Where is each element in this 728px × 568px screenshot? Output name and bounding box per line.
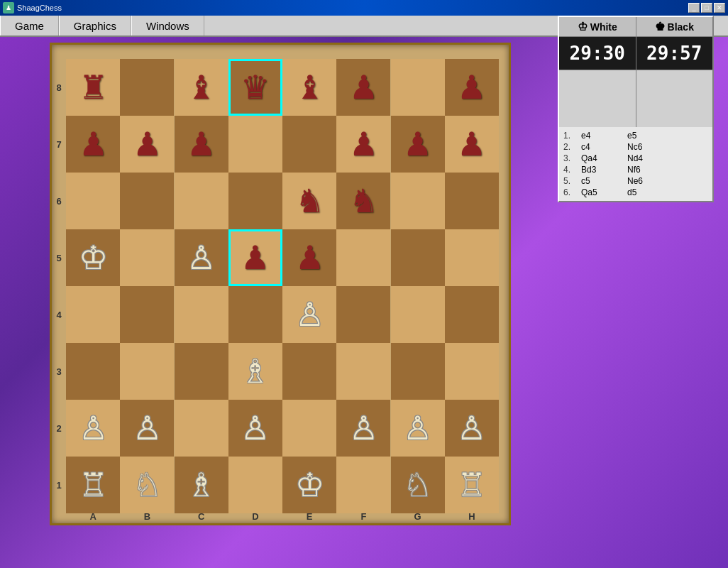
cell-3-5[interactable]	[336, 229, 390, 286]
cell-4-4[interactable]: ♙	[282, 286, 336, 343]
cell-3-7[interactable]	[445, 229, 499, 286]
black-king-icon: ♚	[655, 20, 665, 33]
white-header: ♔ White	[559, 17, 636, 36]
piece-0-5: ♟	[349, 71, 378, 104]
cell-5-0[interactable]	[66, 343, 120, 400]
piece-1-0: ♟	[79, 128, 108, 160]
cell-6-3[interactable]: ♙	[228, 400, 282, 457]
window-title: ShaagChess	[17, 4, 688, 12]
row-label-5: 5	[52, 229, 66, 286]
cell-1-1[interactable]: ♟	[120, 116, 174, 173]
side-panel: ♔ White ♚ Black 29:30 29:57 1. e4 e5 2. …	[558, 16, 714, 202]
cell-7-1[interactable]: ♘	[120, 457, 174, 513]
col-label-a: A	[66, 509, 120, 523]
cell-1-4[interactable]	[282, 116, 336, 173]
cell-7-3[interactable]	[228, 457, 282, 513]
cell-3-3[interactable]: ♟	[228, 229, 282, 286]
cell-5-5[interactable]	[336, 343, 390, 400]
piece-4-4: ♙	[295, 298, 324, 331]
timer-row: 29:30 29:57	[559, 37, 712, 70]
cell-6-5[interactable]: ♙	[336, 400, 390, 457]
cell-2-2[interactable]	[175, 173, 228, 229]
move-black-2: Nc6	[627, 142, 673, 152]
cell-1-3[interactable]	[228, 116, 282, 173]
cell-0-5[interactable]: ♟	[336, 59, 390, 116]
cell-7-0[interactable]: ♖	[66, 457, 120, 513]
cell-6-1[interactable]: ♙	[120, 400, 174, 457]
cell-6-7[interactable]: ♙	[445, 400, 499, 457]
cell-4-5[interactable]	[336, 286, 390, 343]
cell-5-7[interactable]	[445, 343, 499, 400]
close-button[interactable]: ✕	[714, 3, 725, 13]
piece-1-1: ♟	[133, 128, 162, 160]
cell-7-7[interactable]: ♖	[445, 457, 499, 513]
app-icon: ♟	[3, 2, 14, 13]
cell-0-2[interactable]: ♝	[175, 59, 228, 116]
menu-windows[interactable]: Windows	[131, 16, 204, 36]
cell-2-5[interactable]: ♞	[336, 173, 390, 229]
cell-2-1[interactable]	[120, 173, 174, 229]
piece-3-0: ♔	[79, 241, 108, 274]
cell-3-6[interactable]	[391, 229, 445, 286]
cell-7-4[interactable]: ♔	[282, 457, 336, 513]
cell-0-7[interactable]: ♟	[445, 59, 499, 116]
row-label-8: 8	[52, 59, 66, 116]
move-row-5: 5. c5 Ne6	[562, 175, 710, 187]
cell-0-6[interactable]	[391, 59, 445, 116]
cell-3-1[interactable]	[120, 229, 174, 286]
board-container: 8 7 6 5 4 3 2 1 ♜♝♛♝♟♟♟♟♟♟♟♟♞♞♔♙♟♟♙♗♙♙♙♙…	[50, 43, 511, 525]
cell-5-2[interactable]	[175, 343, 228, 400]
menu-game[interactable]: Game	[0, 16, 59, 36]
piece-5-3: ♗	[241, 355, 270, 388]
cell-0-4[interactable]: ♝	[282, 59, 336, 116]
cell-1-7[interactable]: ♟	[445, 116, 499, 173]
cell-2-6[interactable]	[391, 173, 445, 229]
col-label-d: D	[228, 509, 282, 523]
cell-6-4[interactable]	[282, 400, 336, 457]
cell-4-3[interactable]	[228, 286, 282, 343]
cell-7-5[interactable]	[336, 457, 390, 513]
maximize-button[interactable]: □	[701, 3, 712, 13]
piece-1-6: ♟	[403, 128, 432, 160]
col-label-g: G	[391, 509, 445, 523]
captured-pieces-row	[559, 70, 712, 127]
cell-2-7[interactable]	[445, 173, 499, 229]
cell-4-0[interactable]	[66, 286, 120, 343]
cell-1-5[interactable]: ♟	[336, 116, 390, 173]
cell-7-6[interactable]: ♘	[391, 457, 445, 513]
cell-3-0[interactable]: ♔	[66, 229, 120, 286]
cell-3-4[interactable]: ♟	[282, 229, 336, 286]
minimize-button[interactable]: _	[688, 3, 700, 13]
cell-5-4[interactable]	[282, 343, 336, 400]
piece-6-0: ♙	[79, 412, 108, 444]
cell-4-2[interactable]	[175, 286, 228, 343]
cell-0-0[interactable]: ♜	[66, 59, 120, 116]
cell-5-1[interactable]	[120, 343, 174, 400]
move-white-4: Bd3	[581, 165, 627, 175]
cell-2-4[interactable]: ♞	[282, 173, 336, 229]
move-black-5: Ne6	[627, 176, 673, 186]
piece-1-7: ♟	[457, 128, 486, 160]
cell-1-2[interactable]: ♟	[175, 116, 228, 173]
cell-0-3[interactable]: ♛	[228, 59, 282, 116]
cell-5-6[interactable]	[391, 343, 445, 400]
cell-6-6[interactable]: ♙	[391, 400, 445, 457]
cell-4-1[interactable]	[120, 286, 174, 343]
piece-0-2: ♝	[187, 71, 216, 104]
menu-graphics[interactable]: Graphics	[59, 16, 131, 36]
cell-2-3[interactable]	[228, 173, 282, 229]
moves-panel: 1. e4 e5 2. c4 Nc6 3. Qa4 Nd4 4. Bd3 Nf6…	[559, 127, 712, 201]
cell-6-2[interactable]	[175, 400, 228, 457]
cell-6-0[interactable]: ♙	[66, 400, 120, 457]
cell-5-3[interactable]: ♗	[228, 343, 282, 400]
cell-4-6[interactable]	[391, 286, 445, 343]
title-bar: ♟ ShaagChess _ □ ✕	[0, 0, 728, 16]
cell-7-2[interactable]: ♗	[175, 457, 228, 513]
cell-4-7[interactable]	[445, 286, 499, 343]
cell-0-1[interactable]	[120, 59, 174, 116]
black-label: Black	[668, 21, 694, 33]
cell-1-6[interactable]: ♟	[391, 116, 445, 173]
cell-2-0[interactable]	[66, 173, 120, 229]
cell-1-0[interactable]: ♟	[66, 116, 120, 173]
cell-3-2[interactable]: ♙	[175, 229, 228, 286]
